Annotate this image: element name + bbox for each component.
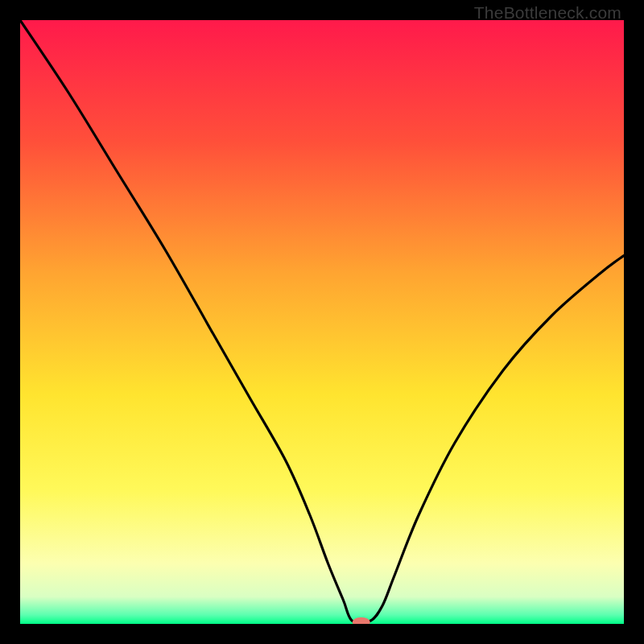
plot-area (20, 20, 624, 624)
bottleneck-chart (20, 20, 624, 624)
gradient-background (20, 20, 624, 624)
chart-frame: TheBottleneck.com (0, 0, 644, 644)
